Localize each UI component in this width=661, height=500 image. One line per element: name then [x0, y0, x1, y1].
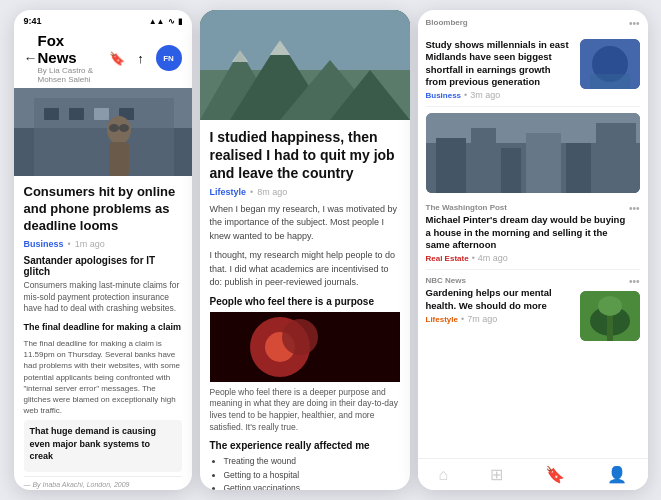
hero-image: RISING SU [14, 88, 192, 176]
right-news-feed: Bloomberg ••• Study shows millennials in… [418, 10, 648, 458]
news-thumb-0 [580, 39, 640, 89]
left-panel: 9:41 ▲▲ ∿ ▮ ← Fox News By Lia Castro & M… [14, 10, 192, 490]
sub-article-body: Consumers making last-minute claims for … [24, 280, 182, 316]
profile-icon: 👤 [607, 465, 627, 484]
svg-rect-11 [119, 127, 121, 129]
nav-action-icons: 🔖 ↑ FN [108, 45, 182, 71]
mid-caption: People who feel there is a deeper purpos… [210, 387, 400, 435]
news-cat-2: Lifestyle [426, 315, 458, 324]
svg-rect-30 [471, 128, 496, 193]
svg-rect-32 [526, 133, 561, 193]
source-title-block: Fox News By Lia Castro & Mohsen Salehi [38, 32, 108, 84]
status-bar-left: 9:41 ▲▲ ∿ ▮ [14, 10, 192, 28]
svg-rect-13 [200, 10, 410, 70]
bullet-2: Getting to a hospital [224, 469, 400, 483]
bottom-nav: ⌂ ⊞ 🔖 👤 [418, 458, 648, 490]
svg-rect-4 [69, 108, 84, 120]
article-meta: Business • 1m ago [24, 239, 182, 249]
nav-profile[interactable]: 👤 [607, 465, 627, 484]
article-body-small: The final deadline for making a claim is… [24, 338, 182, 416]
sub-article-title: Santander apologises for IT glitch [24, 255, 182, 277]
news-cat-1: Real Estate [426, 254, 469, 263]
svg-rect-5 [94, 108, 109, 120]
menu-dots-2[interactable]: ••• [629, 276, 640, 287]
article-content-left: Consumers hit by online and phone proble… [14, 176, 192, 490]
middle-hero-image [200, 10, 410, 120]
bookmark-icon[interactable]: 🔖 [108, 49, 126, 67]
news-meta-2: Lifestyle • 7m ago [426, 314, 574, 324]
bookmark-nav-icon: 🔖 [545, 465, 565, 484]
menu-dots-1[interactable]: ••• [629, 203, 640, 214]
news-meta-1: Real Estate • 4m ago [426, 253, 629, 263]
mid-article-image [210, 312, 400, 382]
author-caption: — By Inaba Akachi, London, 2009 [24, 476, 182, 488]
section-heading: People who feel there is a purpose [210, 296, 400, 307]
article-headline: Consumers hit by online and phone proble… [24, 184, 182, 235]
source-1: The Washington Post [426, 203, 629, 212]
bullet-1: Treating the wound [224, 455, 400, 469]
middle-category: Lifestyle [210, 187, 247, 197]
callout-text: That huge demand is causing even major b… [30, 425, 176, 463]
svg-rect-33 [566, 143, 591, 193]
menu-dots-0[interactable]: ••• [629, 18, 640, 29]
news-title-2: Gardening helps our mental health. We sh… [426, 287, 574, 312]
nav-home[interactable]: ⌂ [438, 466, 448, 484]
source-0: Bloomberg [426, 18, 629, 27]
news-meta-0: Business • 3m ago [426, 90, 574, 100]
news-thumb-large-1 [426, 113, 640, 193]
news-cat-0: Business [426, 91, 462, 100]
wifi-icon: ∿ [168, 17, 175, 26]
svg-rect-29 [436, 138, 466, 193]
grid-icon: ⊞ [490, 465, 503, 484]
svg-rect-31 [501, 148, 521, 193]
svg-point-9 [109, 124, 119, 132]
bold-section-title: The final deadline for making a claim [24, 321, 182, 334]
home-icon: ⌂ [438, 466, 448, 484]
news-title-0: Study shows millennials in east Midlands… [426, 39, 574, 88]
status-icons-left: ▲▲ ∿ ▮ [149, 17, 182, 26]
nav-grid[interactable]: ⊞ [490, 465, 503, 484]
news-title-1: Michael Pinter's dream day would be buyi… [426, 214, 629, 251]
middle-meta: Lifestyle • 8m ago [210, 187, 400, 197]
battery-icon: ▮ [178, 17, 182, 26]
middle-panel: I studied happiness, then realised I had… [200, 10, 410, 490]
thumb-image-1 [426, 113, 640, 193]
nav-bar-left: ← Fox News By Lia Castro & Mohsen Salehi… [14, 28, 192, 88]
mid-time: 8m ago [257, 187, 287, 197]
avatar: FN [156, 45, 182, 71]
svg-rect-34 [596, 123, 636, 193]
news-time-2: 7m ago [467, 314, 497, 324]
dot-sep: • [68, 239, 71, 249]
svg-rect-8 [109, 142, 129, 176]
source-name: Fox News [38, 32, 108, 66]
signal-icon: ▲▲ [149, 17, 165, 26]
svg-rect-3 [44, 108, 59, 120]
source-by: By Lia Castro & Mohsen Salehi [38, 66, 108, 84]
middle-body2: I thought, my research might help people… [210, 249, 400, 290]
news-time-0: 3m ago [470, 90, 500, 100]
news-card-0: Bloomberg ••• Study shows millennials in… [426, 18, 640, 107]
right-panel: Bloomberg ••• Study shows millennials in… [418, 10, 648, 490]
bullet-3: Getting vaccinations [224, 482, 400, 490]
nav-bookmark[interactable]: 🔖 [545, 465, 565, 484]
status-time-left: 9:41 [24, 16, 42, 26]
bullet-list: Treating the wound Getting to a hospital… [210, 455, 400, 490]
middle-headline: I studied happiness, then realised I had… [210, 128, 400, 183]
mid-dot: • [250, 187, 253, 197]
middle-body1: When I began my research, I was motivate… [210, 203, 400, 244]
news-card-2: NBC News Gardening helps our mental heal… [426, 276, 640, 347]
news-time-1: 4m ago [478, 253, 508, 263]
time-ago: 1m ago [75, 239, 105, 249]
thumb-image-2 [580, 291, 640, 341]
middle-article-content: I studied happiness, then realised I had… [200, 120, 410, 490]
share-icon[interactable]: ↑ [132, 49, 150, 67]
back-icon[interactable]: ← [24, 50, 38, 66]
thumb-image-0 [580, 39, 640, 89]
news-card-1: The Washington Post Michael Pinter's dre… [426, 113, 640, 270]
svg-point-38 [598, 296, 622, 316]
source-2: NBC News [426, 276, 574, 285]
news-thumb-2 [580, 291, 640, 341]
category-tag: Business [24, 239, 64, 249]
svg-rect-26 [590, 74, 630, 89]
svg-point-23 [282, 319, 318, 355]
